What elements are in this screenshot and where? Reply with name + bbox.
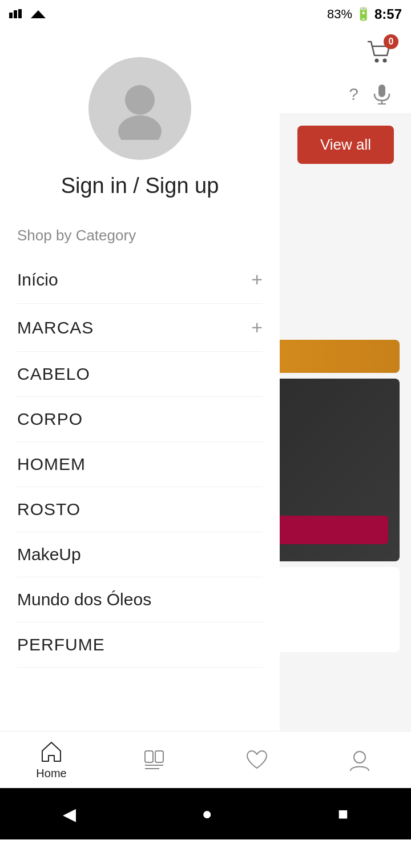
svg-rect-11 — [145, 751, 153, 762]
nav-items-container: Início+MARCAS+CABELOCORPOHOMEMROSTOMakeU… — [17, 256, 263, 668]
svg-point-15 — [354, 752, 365, 763]
battery-percent: 83% — [327, 7, 352, 22]
svg-rect-12 — [155, 751, 163, 762]
avatar[interactable] — [88, 57, 191, 160]
heart-icon — [245, 748, 269, 772]
drawer-nav: Shop by Category Início+MARCAS+CABELOCOR… — [0, 215, 280, 817]
home-icon — [39, 740, 63, 763]
svg-marker-1 — [14, 10, 17, 18]
bottom-nav: Home — [0, 731, 411, 788]
avatar-icon — [108, 77, 171, 140]
svg-point-9 — [125, 85, 155, 115]
nav-item-perfume[interactable]: PERFUME — [17, 622, 263, 668]
svg-marker-3 — [31, 10, 46, 18]
view-all-button[interactable]: View all — [297, 126, 394, 164]
nav-plus-icon: + — [251, 268, 263, 291]
status-bar: 83% 🔋 8:57 — [0, 0, 411, 29]
nav-item-homem[interactable]: HOMEM — [17, 442, 263, 487]
status-right: 83% 🔋 8:57 — [327, 6, 402, 22]
android-home-button[interactable]: ● — [202, 804, 212, 823]
nav-label: Mundo dos Óleos — [17, 590, 151, 609]
nav-label: Início — [17, 270, 58, 290]
time-display: 8:57 — [374, 6, 402, 22]
android-back-button[interactable]: ◀ — [63, 804, 76, 824]
nav-item-makeup[interactable]: MakeUp — [17, 532, 263, 577]
nav-item-corpo[interactable]: CORPO — [17, 397, 263, 442]
svg-marker-2 — [18, 9, 22, 18]
nav-label: MARCAS — [17, 318, 94, 337]
nav-item-mundo-dos-óleos[interactable]: Mundo dos Óleos — [17, 577, 263, 622]
bottom-nav-home[interactable]: Home — [17, 740, 86, 780]
nav-item-cabelo[interactable]: CABELO — [17, 352, 263, 397]
cart-badge: 0 — [384, 34, 398, 49]
account-icon — [348, 748, 372, 772]
battery-icon: 🔋 — [356, 7, 371, 22]
nav-plus-icon: + — [251, 316, 263, 339]
svg-point-10 — [118, 115, 162, 140]
nav-label: CABELO — [17, 364, 90, 384]
sign-in-button[interactable]: Sign in / Sign up — [61, 174, 219, 198]
styles-icon — [142, 748, 166, 772]
microphone-icon[interactable] — [370, 82, 394, 106]
svg-point-4 — [375, 58, 379, 62]
bottom-nav-wishlist[interactable] — [223, 748, 291, 772]
nav-item-rosto[interactable]: ROSTO — [17, 487, 263, 532]
android-recent-button[interactable]: ■ — [338, 804, 348, 823]
nav-label: HOMEM — [17, 455, 86, 474]
drawer-profile: Sign in / Sign up — [0, 29, 280, 215]
svg-marker-0 — [9, 13, 13, 18]
home-label: Home — [36, 767, 66, 780]
nav-label: PERFUME — [17, 635, 105, 654]
cart-icon-wrapper[interactable]: 0 — [365, 39, 394, 65]
nav-label: MakeUp — [17, 545, 81, 564]
nav-item-início[interactable]: Início+ — [17, 256, 263, 304]
nav-label: ROSTO — [17, 500, 80, 519]
svg-rect-6 — [378, 85, 385, 97]
bottom-nav-account[interactable] — [325, 748, 394, 772]
nav-label: CORPO — [17, 409, 83, 429]
bottom-nav-styles[interactable] — [120, 748, 188, 772]
status-icons — [9, 9, 47, 19]
search-question-mark: ? — [349, 85, 358, 104]
svg-point-5 — [383, 58, 387, 62]
drawer-overlay: Sign in / Sign up Shop by Category Iníci… — [0, 29, 280, 817]
shop-by-category-label: Shop by Category — [17, 227, 263, 244]
android-nav: ◀ ● ■ — [0, 788, 411, 839]
nav-item-marcas[interactable]: MARCAS+ — [17, 304, 263, 352]
